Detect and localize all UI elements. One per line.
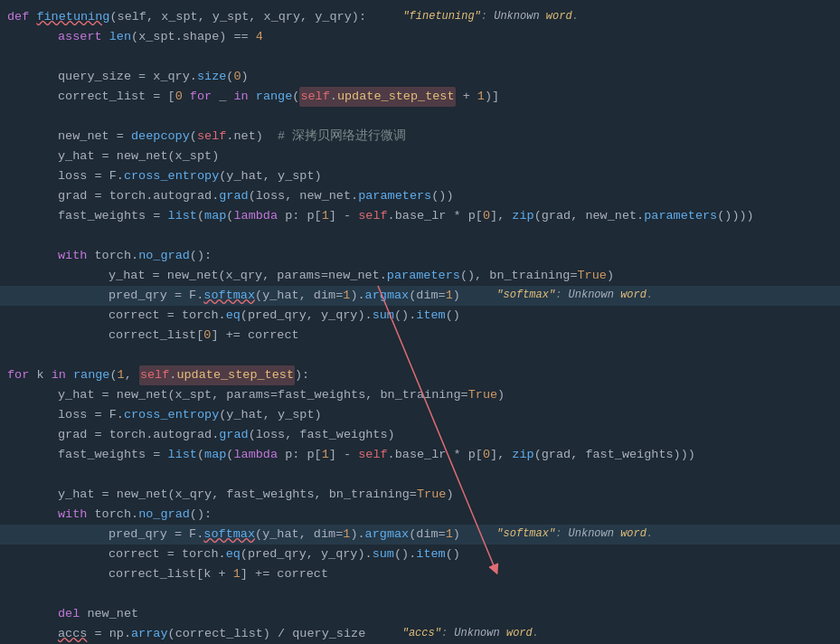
code-line-3: query_size = x_qry.size(0) <box>0 67 840 87</box>
code-line-24: correct_list[k + 1] += correct <box>0 564 840 584</box>
annotation-finetuning: "finetuning": Unknown word. <box>402 8 578 25</box>
code-line-21: with torch.no_grad(): <box>0 505 840 525</box>
code-line-22: pred_qry = F.softmax(y_hat, dim=1).argma… <box>0 525 840 545</box>
code-line-17: loss = F.cross_entropy(y_hat, y_spt) <box>0 405 840 425</box>
code-line-9: fast_weights = list(map(lambda p: p[1] -… <box>0 206 840 226</box>
code-line-15: for k in range(1, self.update_step_test)… <box>0 365 840 385</box>
code-line-16: y_hat = new_net(x_spt, params=fast_weigh… <box>0 385 840 405</box>
code-line-2: assert len(x_spt.shape) == 4 <box>0 27 840 47</box>
code-line-10: with torch.no_grad(): <box>0 246 840 266</box>
code-line-7: loss = F.cross_entropy(y_hat, y_spt) <box>0 166 840 186</box>
code-line-8: grad = torch.autograd.grad(loss, new_net… <box>0 186 840 206</box>
code-line-4: correct_list = [0 for _ in range(self.up… <box>0 87 840 107</box>
code-line-13: correct = torch.eq(pred_qry, y_qry).sum(… <box>0 306 840 326</box>
code-line-11: y_hat = new_net(x_qry, params=new_net.pa… <box>0 266 840 286</box>
code-editor: def finetuning(self, x_spt, y_spt, x_qry… <box>0 0 840 644</box>
keyword-def: def <box>7 7 36 27</box>
code-line-12: pred_qry = F.softmax(y_hat, dim=1).argma… <box>0 286 840 306</box>
code-line-19: fast_weights = list(map(lambda p: p[1] -… <box>0 445 840 465</box>
code-line-20: y_hat = new_net(x_qry, fast_weights, bn_… <box>0 485 840 505</box>
code-line-1: def finetuning(self, x_spt, y_spt, x_qry… <box>0 7 840 27</box>
code-line-18: grad = torch.autograd.grad(loss, fast_we… <box>0 425 840 445</box>
code-line-23: correct = torch.eq(pred_qry, y_qry).sum(… <box>0 545 840 564</box>
code-line-6: y_hat = new_net(x_spt) <box>0 147 840 166</box>
annotation-softmax-1: "softmax": Unknown word. <box>496 287 653 304</box>
code-line-26: accs = np.array(correct_list) / query_si… <box>0 624 840 644</box>
fn-finetuning: finetuning <box>36 7 109 27</box>
code-line-5: new_net = deepcopy(self.net) # 深拷贝网络进行微调 <box>0 127 840 147</box>
code-line-25: del new_net <box>0 604 840 624</box>
annotation-accs: "accs": Unknown word. <box>402 625 539 642</box>
code-line-14: correct_list[0] += correct <box>0 326 840 346</box>
annotation-softmax-2: "softmax": Unknown word. <box>496 526 653 543</box>
